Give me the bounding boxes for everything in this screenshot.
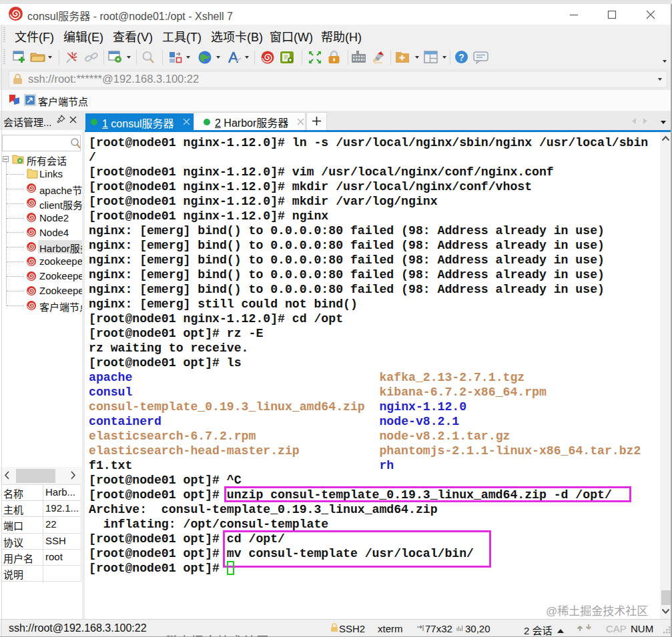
svg-text:?: ? <box>458 52 464 63</box>
